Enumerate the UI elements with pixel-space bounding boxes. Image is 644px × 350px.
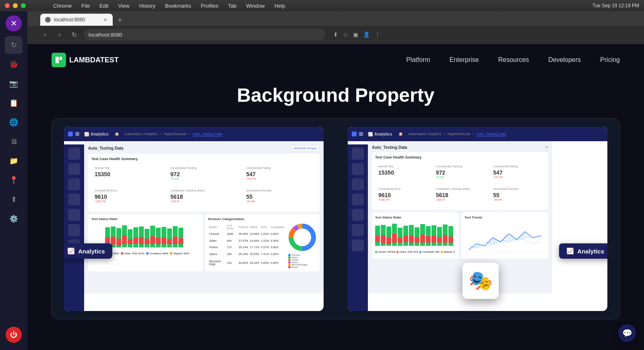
db-sidebar-icon-4[interactable] xyxy=(68,194,80,206)
sidebar-btn-upload[interactable]: ⬆ xyxy=(5,191,23,208)
stat-r-value-1: 972 xyxy=(436,169,485,176)
svg-rect-21 xyxy=(161,227,166,247)
svg-point-35 xyxy=(294,229,310,245)
test-trends-title: Test Trends xyxy=(464,216,545,219)
menu-file[interactable]: File xyxy=(81,3,90,9)
menu-tab[interactable]: Tab xyxy=(228,3,236,9)
site-logo[interactable]: LAMBDATEST xyxy=(52,53,119,67)
db-body-left: Auto_Testing Data Add/Edit Widget Test C… xyxy=(64,141,324,311)
db-sidebar-icon-5[interactable] xyxy=(68,209,80,221)
db-breadcrumb-auto-right[interactable]: Automation Analytics xyxy=(408,132,442,136)
sidebar-btn-bug[interactable]: 🐞 xyxy=(5,56,23,73)
td-chrome-runs: 2858 xyxy=(226,231,238,237)
sidebar-btn-settings[interactable]: ⚙️ xyxy=(5,210,23,228)
nav-pricing[interactable]: Pricing xyxy=(600,56,620,64)
stat-r-delta-3: +205.7% xyxy=(378,198,427,201)
nav-resources[interactable]: Resources xyxy=(498,56,529,64)
reload-button[interactable]: ↻ xyxy=(69,31,79,39)
status-ratio-chart-right: Test Status Ratio xyxy=(372,212,459,259)
db-breadcrumb-auto-left[interactable]: Automation Analytics xyxy=(124,132,158,136)
menu-view[interactable]: View xyxy=(118,3,130,9)
close-button[interactable]: ✕ xyxy=(6,15,22,31)
power-button[interactable]: ⏻ xyxy=(6,327,22,343)
fullscreen-traffic-light[interactable] xyxy=(21,3,26,8)
db-breadcrumb-auto2-left[interactable]: Auto_Testing Data xyxy=(193,132,223,136)
chat-support-button[interactable]: 💬 xyxy=(618,324,636,342)
db-sidebar-icon-2[interactable] xyxy=(68,163,80,175)
db-header-right: 📈 Analytics 🏠 Automation Analytics › Hyp… xyxy=(348,127,607,141)
db-home-left[interactable]: 🏠 xyxy=(115,132,119,136)
td-chrome-passed: 36.49% xyxy=(238,231,249,237)
db-sidebar-right-icon-7[interactable] xyxy=(352,239,364,251)
svg-rect-49 xyxy=(409,235,414,243)
db-sidebar-right-icon-2[interactable] xyxy=(352,163,364,175)
address-bar: ‹ › ↻ localhost:8080 ⬆ ☆ ▣ 👤 ⋮ xyxy=(0,26,644,43)
analytics-badge-icon-left: 📈 xyxy=(67,247,75,255)
td-firefox-error: 4.57% xyxy=(260,244,270,251)
svg-rect-62 xyxy=(448,226,453,246)
close-btn-right[interactable]: ✕ xyxy=(545,146,548,149)
stats-title-right: Test Case Health Summary xyxy=(375,155,545,159)
svg-rect-45 xyxy=(398,238,402,243)
menu-history[interactable]: History xyxy=(139,3,155,9)
back-button[interactable]: ‹ xyxy=(40,31,50,38)
td-safari-error: 0.32% xyxy=(260,237,270,244)
nav-developers[interactable]: Developers xyxy=(548,56,581,64)
analytics-badge-left[interactable]: 📈 Analytics xyxy=(64,243,112,259)
sidebar-btn-pin[interactable]: 📍 xyxy=(5,171,23,189)
more-icon[interactable]: ⋮ xyxy=(375,31,380,38)
forward-button[interactable]: › xyxy=(55,31,64,38)
sidebar-btn-globe[interactable]: 🌐 xyxy=(5,113,23,131)
db-breadcrumb-hyper-left[interactable]: HyperExecute xyxy=(164,132,187,136)
db-sep2-right: › xyxy=(473,132,474,136)
td-firefox-failed: 17.71% xyxy=(249,244,260,251)
add-widget-btn-left[interactable]: Add/Edit Widget xyxy=(291,145,320,151)
db-breadcrumb-hyper-right[interactable]: HyperExecute xyxy=(448,132,471,136)
td-edge-passed: 34.95% xyxy=(238,257,249,268)
sidebar-btn-monitor[interactable]: 🖥 xyxy=(5,133,23,150)
bookmark-icon[interactable]: ☆ xyxy=(343,31,348,38)
menu-edit[interactable]: Edit xyxy=(99,3,108,9)
menu-help[interactable]: Help xyxy=(275,3,285,9)
db-home-right[interactable]: 🏠 xyxy=(398,132,403,136)
share-icon[interactable]: ⬆ xyxy=(333,31,338,38)
browser-tab[interactable]: localhost:8080 ✕ xyxy=(40,14,113,26)
sidebar-btn-camera[interactable]: 📷 xyxy=(5,75,23,93)
menu-window[interactable]: Window xyxy=(246,3,264,9)
url-input[interactable]: localhost:8080 xyxy=(84,29,325,40)
tab-title: localhost:8080 xyxy=(54,17,85,23)
minimize-traffic-light[interactable] xyxy=(13,3,18,8)
theater-emoji-card: 🎭 xyxy=(462,263,499,299)
db-sidebar-right-icon-3[interactable] xyxy=(352,178,364,190)
db-sidebar-right-icon-4[interactable] xyxy=(352,194,364,206)
db-sidebar-icon-1[interactable] xyxy=(68,148,80,160)
db-sidebar-right-icon-5[interactable] xyxy=(352,209,364,221)
new-tab-button[interactable]: + xyxy=(114,14,126,26)
db-logo-right xyxy=(352,132,357,136)
stat-r-delta-5: -44.4% xyxy=(493,198,542,201)
sidebar-btn-refresh[interactable]: ↻ xyxy=(5,36,23,54)
db-sidebar-right-icon-1[interactable] xyxy=(352,148,364,160)
stat-value-0: 15350 xyxy=(95,171,161,177)
stat-r-delta-4: -100.% xyxy=(436,198,485,201)
db-sidebar-icon-6[interactable] xyxy=(68,224,80,236)
db-sidebar-icon-3[interactable] xyxy=(68,178,80,190)
stat-label-4: Completed / Missing Status xyxy=(170,189,237,192)
menu-profiles[interactable]: Profiles xyxy=(201,3,218,9)
stat-normal-test: Normal Test 15350 xyxy=(91,163,165,183)
svg-rect-6 xyxy=(116,239,121,246)
menu-bookmarks[interactable]: Bookmarks xyxy=(165,3,191,9)
sidebar-btn-folder[interactable]: 📁 xyxy=(5,152,23,170)
db-sidebar-right-icon-6[interactable] xyxy=(352,224,364,236)
nav-platform[interactable]: Platform xyxy=(406,56,430,64)
chart-legend-right: Passed: 487393 Failed: 3220-41% Complete… xyxy=(375,251,456,253)
nav-enterprise[interactable]: Enterprise xyxy=(450,56,479,64)
close-traffic-light[interactable] xyxy=(5,3,10,8)
analytics-badge-right[interactable]: 📈 Analytics xyxy=(559,243,607,259)
sidebar-toggle-icon[interactable]: ▣ xyxy=(353,31,358,38)
db-breadcrumb-auto2-right[interactable]: Auto_Testing Data xyxy=(477,132,506,136)
profile-icon[interactable]: 👤 xyxy=(363,31,370,38)
sidebar-btn-copy[interactable]: 📋 xyxy=(5,94,23,112)
tab-close-button[interactable]: ✕ xyxy=(102,17,108,23)
menu-chrome[interactable]: Chrome xyxy=(53,3,72,9)
